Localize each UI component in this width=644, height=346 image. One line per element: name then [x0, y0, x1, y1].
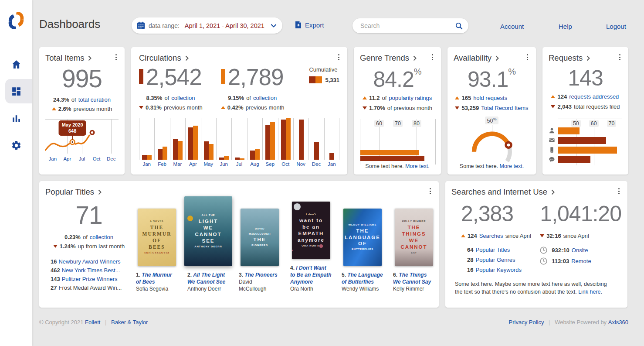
book-title-link[interactable]: All The Light We Cannot See: [187, 272, 225, 285]
up-triangle-icon: [52, 107, 56, 110]
requests-hbar-chart: 506070: [549, 119, 622, 167]
popular-genres-link[interactable]: Popular Genres: [475, 257, 515, 263]
cover-text-line: SAY: [411, 251, 417, 255]
more-text-link[interactable]: More text.: [500, 163, 524, 169]
link-here[interactable]: Link here: [578, 289, 600, 295]
cover-text-line: EMPATH: [298, 230, 324, 237]
book-cover[interactable]: I don'twant tobe anEMPATHanymoreORA NORT…: [292, 202, 330, 259]
bar-pair: [170, 118, 185, 160]
date-range-picker[interactable]: data range: April 1, 2021 - April 30, 20…: [132, 17, 282, 34]
award-list-item: 16Newbury Award Winners: [51, 257, 132, 266]
bar-previous: [204, 141, 209, 160]
header: Dashboards data range: April 1, 2021 - A…: [32, 0, 644, 47]
total-record-items-link[interactable]: Total Record Items: [481, 104, 528, 113]
cover-text-line: CANNOT: [195, 231, 221, 238]
searches-link[interactable]: Searches: [479, 232, 503, 240]
book-item: KELLY RIMMERTHETHINGSWECANNOTSAY 6. The …: [390, 209, 438, 293]
search-input[interactable]: [359, 22, 455, 30]
card-requests: Requests 143 124requests addressed 2,043…: [542, 47, 628, 175]
popularity-ratings-link[interactable]: popularity ratings: [389, 94, 432, 103]
export-button[interactable]: Export: [294, 21, 324, 29]
bar-group: Jan: [324, 118, 339, 167]
book-title-link[interactable]: The Language of Butterflies: [342, 272, 383, 285]
chevron-right-icon[interactable]: [495, 55, 499, 61]
book-cover[interactable]: WENDY WILLIAMSTHELANGUAGEOFBUTTERFLIES: [343, 209, 382, 266]
popular-keywords-link[interactable]: Popular Keywords: [475, 267, 522, 273]
privacy-policy-link[interactable]: Privacy Policy: [509, 319, 544, 325]
kebab-menu[interactable]: [524, 54, 531, 62]
book-title-link[interactable]: The Murmur of Bees: [136, 272, 172, 285]
bar-pair: [308, 118, 324, 160]
x-axis-label: Nov: [293, 160, 308, 167]
book-cover[interactable]: KELLY RIMMERTHETHINGSWECANNOTSAY: [395, 209, 433, 266]
sidebar-item-home[interactable]: [0, 51, 32, 77]
chevron-right-icon[interactable]: [185, 55, 189, 61]
award-link[interactable]: Pulitzer Prize Winners: [62, 276, 118, 282]
total-curation-link[interactable]: total curation: [78, 96, 111, 104]
collection-link[interactable]: collection: [253, 94, 277, 103]
cover-text-line: THE: [254, 236, 266, 243]
chevron-right-icon[interactable]: [413, 55, 417, 61]
chevron-down-icon[interactable]: [270, 22, 277, 29]
bar-group: Jun: [216, 118, 231, 167]
axis360-link[interactable]: Axis360: [608, 319, 628, 325]
x-axis-label: Jun: [216, 160, 231, 167]
chevron-right-icon[interactable]: [88, 55, 92, 61]
remote-link[interactable]: Remote: [571, 258, 591, 264]
book-cover[interactable]: A NOVELTHEMURMUROFBEESSOFÍA SEGOVIA: [138, 209, 176, 266]
award-link[interactable]: Newbury Award Winners: [58, 258, 120, 265]
bar-previous: [142, 155, 147, 160]
chevron-right-icon[interactable]: [551, 189, 555, 195]
date-range-value: April 1, 2021 - April 30, 2021: [185, 22, 264, 29]
time-stat-item: 113:03Remote: [540, 257, 621, 265]
bar-previous: [158, 149, 163, 160]
kebab-menu[interactable]: [616, 54, 623, 62]
chevron-right-icon[interactable]: [98, 189, 102, 195]
bar-pair: [324, 118, 339, 160]
card-title: Availability: [454, 53, 491, 63]
cover-text-line: want to: [299, 217, 323, 224]
nav-link-logout[interactable]: Logout: [606, 23, 626, 30]
down-triangle-icon: [455, 106, 459, 110]
collection-link[interactable]: collection: [171, 94, 195, 103]
book-cover[interactable]: ALL THELIGHTWECANNOTSEEANTHONY DOERR: [184, 196, 232, 266]
award-link[interactable]: New York Times Best...: [62, 267, 120, 274]
bar-previous: [188, 127, 193, 160]
baker-taylor-link[interactable]: Baker & Taylor: [111, 319, 148, 325]
sidebar-item-reports[interactable]: [0, 106, 32, 131]
searches-metric: 2,383 124Searchessince April 64Popular T…: [461, 203, 540, 273]
pct-of-curation: 24.3%oftotal curation: [53, 96, 111, 104]
requests-addressed-link[interactable]: requests addressed: [569, 92, 619, 101]
cover-text-line: LANGUAGE: [345, 234, 380, 241]
collection-link[interactable]: collection: [90, 233, 113, 242]
book-title-link[interactable]: The Pioneers: [244, 272, 277, 278]
book-title-link[interactable]: I Don't Want to Be an Empath Anymore: [290, 265, 332, 285]
kebab-menu[interactable]: [335, 54, 342, 62]
x-axis-label: Jan: [324, 160, 339, 167]
kebab-menu[interactable]: [427, 188, 434, 196]
more-text-link[interactable]: More text.: [405, 163, 430, 169]
down-triangle-icon: [363, 106, 367, 110]
kebab-menu[interactable]: [112, 54, 119, 62]
tick-label: 60: [374, 120, 384, 127]
book-cover[interactable]: DAVIDMcCULLOUGHTHEPIONEERS: [241, 209, 279, 266]
sidebar-item-settings[interactable]: [0, 133, 32, 158]
nav-link-help[interactable]: Help: [559, 23, 572, 30]
cover-text-line: KELLY RIMMER: [402, 220, 426, 223]
sidebar-item-dashboards[interactable]: [0, 79, 32, 104]
bar-previous: [329, 153, 334, 160]
kebab-menu[interactable]: [429, 54, 436, 62]
kebab-menu[interactable]: [615, 188, 622, 196]
popular-titles-link[interactable]: Popular Titles: [475, 247, 510, 253]
hold-requests-link[interactable]: hold requests: [473, 94, 507, 103]
follett-link[interactable]: Follett: [85, 319, 100, 325]
x-axis-label: Sep: [262, 160, 278, 167]
chevron-right-icon[interactable]: [586, 55, 590, 61]
book-author: Kelly Rimmer: [393, 285, 435, 292]
book-title-link[interactable]: The Things We Cannot Say: [393, 272, 431, 285]
search-icon[interactable]: [455, 22, 463, 30]
nav-link-account[interactable]: Account: [500, 23, 524, 30]
bar-group: Dec: [308, 118, 324, 167]
onsite-link[interactable]: Onsite: [572, 247, 588, 254]
hbar-row: [558, 136, 622, 145]
